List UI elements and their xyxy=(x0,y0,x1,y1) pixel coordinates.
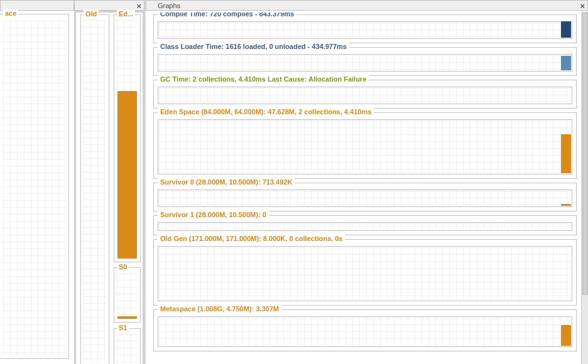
graph-classload: Class Loader Time: 1616 loaded, 0 unload… xyxy=(153,47,577,76)
space-fieldset: ace xyxy=(0,14,69,359)
graph-legend: Old Gen (171.000M, 171.000M): 8.000K, 0 … xyxy=(158,235,345,242)
old-grid xyxy=(84,20,106,363)
graph-grid xyxy=(159,88,571,103)
graph-inner xyxy=(158,87,572,104)
graph-legend: Survivor 1 (28.000M, 10.500M): 0 xyxy=(158,211,269,218)
space-label: ace xyxy=(3,9,18,17)
graph-legend: Class Loader Time: 1616 loaded, 0 unload… xyxy=(158,43,349,50)
s0-grid xyxy=(117,273,138,319)
graph-grid xyxy=(159,247,571,300)
graph-grid xyxy=(159,191,571,206)
graph-legend: Survivor 0 (28.000M, 10.500M): 713.492K xyxy=(158,178,295,186)
eden-histogram: Ed... xyxy=(114,14,141,262)
s1-histogram: S1 xyxy=(114,328,141,364)
eden-bar-area xyxy=(117,20,138,259)
graphs-body: Compile Time: 720 compiles - 843.379msCl… xyxy=(150,13,588,364)
graphs-panel-header: Graphs × xyxy=(146,0,588,11)
scrollbar-thumb[interactable] xyxy=(582,13,588,295)
s1-label: S1 xyxy=(117,324,129,331)
graph-legend: Compile Time: 720 compiles - 843.379ms xyxy=(158,13,297,18)
eden-label: Ed... xyxy=(117,10,135,18)
graph-legend: Eden Space (84.000M, 64.000M): 47.628M, … xyxy=(158,108,374,115)
histogram-panel-header: × xyxy=(74,0,144,11)
s1-grid xyxy=(117,334,138,364)
graph-spike xyxy=(561,204,571,206)
graph-spike xyxy=(561,134,571,173)
close-icon[interactable]: × xyxy=(136,1,141,11)
graph-grid xyxy=(159,120,571,173)
graph-inner xyxy=(158,54,572,72)
graph-spike xyxy=(561,325,571,346)
graph-oldgen: Old Gen (171.000M, 171.000M): 8.000K, 0 … xyxy=(153,239,577,306)
s0-baseline xyxy=(117,316,137,319)
graph-spike xyxy=(561,56,571,70)
graph-compile: Compile Time: 720 compiles - 843.379ms xyxy=(153,14,577,43)
graph-grid xyxy=(159,223,571,230)
graph-s0: Survivor 0 (28.000M, 10.500M): 713.492K xyxy=(153,183,577,211)
graph-grid xyxy=(159,55,571,70)
graph-s1: Survivor 1 (28.000M, 10.500M): 0 xyxy=(153,215,577,235)
histogram-panel: × Old Ed... S0 S1 xyxy=(74,0,144,364)
graph-grid xyxy=(159,23,571,38)
graph-inner xyxy=(158,119,572,174)
histogram-panel-inner: Old Ed... S0 S1 xyxy=(76,13,143,364)
graph-legend: Metaspace (1.008G, 4.750M): 3.307M xyxy=(158,305,281,313)
s0-histogram: S0 xyxy=(114,267,141,323)
graph-spike xyxy=(561,21,571,38)
graph-inner xyxy=(158,222,572,231)
graph-inner xyxy=(158,21,572,39)
graph-gc: GC Time: 2 collections, 4.410ms Last Cau… xyxy=(153,80,577,109)
s0-label: S0 xyxy=(117,263,129,270)
graph-inner xyxy=(158,246,572,301)
graph-legend: GC Time: 2 collections, 4.410ms Last Cau… xyxy=(158,75,369,83)
graph-metaspace: Metaspace (1.008G, 4.750M): 3.307M xyxy=(153,309,577,351)
close-icon[interactable]: × xyxy=(580,1,585,11)
graph-grid xyxy=(159,318,571,346)
space-grid xyxy=(3,21,66,356)
graphs-title: Graphs xyxy=(158,2,180,9)
eden-fill xyxy=(117,91,137,259)
left-panel: ace xyxy=(0,0,74,364)
graph-eden: Eden Space (84.000M, 64.000M): 47.628M, … xyxy=(153,112,577,179)
scrollbar[interactable] xyxy=(581,11,588,364)
old-label: Old xyxy=(84,10,99,18)
graph-inner xyxy=(158,190,572,207)
graph-inner xyxy=(158,316,572,347)
graphs-panel: Graphs × Compile Time: 720 compiles - 84… xyxy=(146,0,588,364)
old-histogram: Old xyxy=(80,14,109,364)
